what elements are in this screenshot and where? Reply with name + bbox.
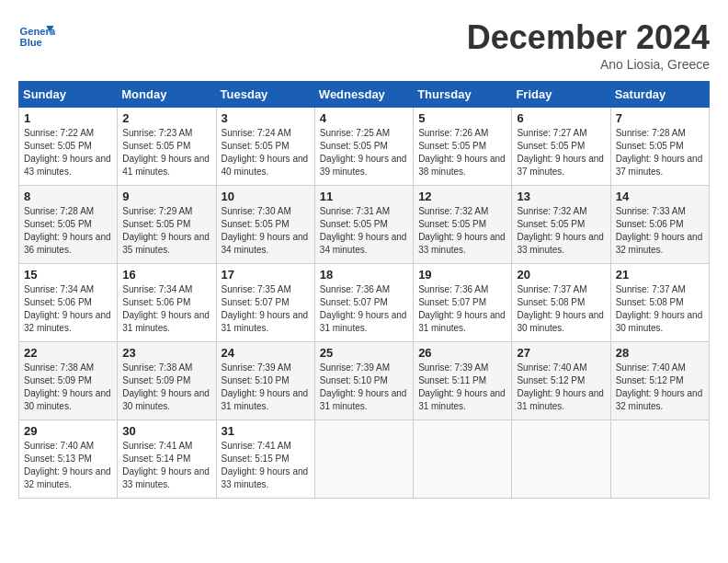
day-info: Sunrise: 7:24 AM Sunset: 5:05 PM Dayligh… (222, 128, 309, 177)
logo-icon: General Blue (18, 18, 55, 55)
calendar-cell (610, 420, 709, 499)
day-number: 7 (616, 111, 704, 125)
day-number: 28 (616, 346, 704, 360)
day-info: Sunrise: 7:39 AM Sunset: 5:10 PM Dayligh… (222, 362, 309, 411)
calendar-cell: 28 Sunrise: 7:40 AM Sunset: 5:12 PM Dayl… (610, 342, 709, 420)
day-number: 10 (222, 190, 310, 203)
calendar-week-row: 8 Sunrise: 7:28 AM Sunset: 5:05 PM Dayli… (19, 186, 710, 264)
calendar-cell: 25 Sunrise: 7:39 AM Sunset: 5:10 PM Dayl… (314, 342, 413, 420)
weekday-header-thursday: Thursday (414, 82, 512, 108)
day-number: 22 (24, 346, 112, 360)
calendar-cell (512, 420, 610, 499)
day-info: Sunrise: 7:36 AM Sunset: 5:07 PM Dayligh… (418, 284, 506, 333)
month-title: December 2024 (467, 18, 710, 57)
calendar-cell: 7 Sunrise: 7:28 AM Sunset: 5:05 PM Dayli… (610, 108, 709, 186)
day-info: Sunrise: 7:32 AM Sunset: 5:05 PM Dayligh… (418, 206, 506, 255)
day-number: 17 (222, 268, 310, 282)
page-header: General Blue December 2024 Ano Liosia, G… (18, 18, 710, 72)
day-number: 20 (517, 268, 605, 282)
weekday-header-wednesday: Wednesday (314, 82, 413, 108)
calendar-week-row: 15 Sunrise: 7:34 AM Sunset: 5:06 PM Dayl… (19, 264, 710, 342)
calendar-cell: 26 Sunrise: 7:39 AM Sunset: 5:11 PM Dayl… (414, 342, 512, 420)
calendar-cell: 11 Sunrise: 7:31 AM Sunset: 5:05 PM Dayl… (314, 186, 413, 264)
svg-text:Blue: Blue (20, 37, 42, 48)
day-number: 21 (616, 268, 704, 282)
day-info: Sunrise: 7:37 AM Sunset: 5:08 PM Dayligh… (517, 284, 604, 333)
day-info: Sunrise: 7:27 AM Sunset: 5:05 PM Dayligh… (517, 128, 604, 177)
calendar-cell (314, 420, 413, 499)
calendar-cell: 8 Sunrise: 7:28 AM Sunset: 5:05 PM Dayli… (19, 186, 118, 264)
day-info: Sunrise: 7:41 AM Sunset: 5:14 PM Dayligh… (122, 441, 210, 489)
day-number: 2 (122, 111, 210, 125)
calendar-table: SundayMondayTuesdayWednesdayThursdayFrid… (18, 81, 710, 499)
calendar-cell: 30 Sunrise: 7:41 AM Sunset: 5:14 PM Dayl… (118, 420, 216, 499)
day-number: 24 (222, 346, 310, 360)
day-number: 8 (24, 190, 112, 203)
weekday-header-tuesday: Tuesday (216, 82, 314, 108)
weekday-header-friday: Friday (512, 82, 610, 108)
calendar-cell: 17 Sunrise: 7:35 AM Sunset: 5:07 PM Dayl… (216, 264, 314, 342)
logo: General Blue (18, 18, 59, 55)
day-info: Sunrise: 7:31 AM Sunset: 5:05 PM Dayligh… (320, 206, 407, 255)
calendar-cell: 6 Sunrise: 7:27 AM Sunset: 5:05 PM Dayli… (512, 108, 610, 186)
calendar-week-row: 29 Sunrise: 7:40 AM Sunset: 5:13 PM Dayl… (19, 420, 710, 499)
calendar-cell: 4 Sunrise: 7:25 AM Sunset: 5:05 PM Dayli… (314, 108, 413, 186)
day-number: 11 (320, 190, 408, 203)
day-number: 27 (517, 346, 605, 360)
day-info: Sunrise: 7:34 AM Sunset: 5:06 PM Dayligh… (24, 284, 111, 333)
day-number: 29 (24, 424, 112, 438)
day-info: Sunrise: 7:28 AM Sunset: 5:05 PM Dayligh… (24, 206, 111, 255)
day-info: Sunrise: 7:38 AM Sunset: 5:09 PM Dayligh… (24, 362, 111, 411)
day-info: Sunrise: 7:39 AM Sunset: 5:11 PM Dayligh… (418, 362, 506, 411)
day-info: Sunrise: 7:32 AM Sunset: 5:05 PM Dayligh… (517, 206, 604, 255)
day-info: Sunrise: 7:22 AM Sunset: 5:05 PM Dayligh… (24, 128, 111, 177)
calendar-cell: 29 Sunrise: 7:40 AM Sunset: 5:13 PM Dayl… (19, 420, 118, 499)
calendar-cell: 19 Sunrise: 7:36 AM Sunset: 5:07 PM Dayl… (414, 264, 512, 342)
day-number: 3 (222, 111, 310, 125)
day-info: Sunrise: 7:39 AM Sunset: 5:10 PM Dayligh… (320, 362, 407, 411)
day-info: Sunrise: 7:35 AM Sunset: 5:07 PM Dayligh… (222, 284, 309, 333)
calendar-cell: 16 Sunrise: 7:34 AM Sunset: 5:06 PM Dayl… (118, 264, 216, 342)
day-number: 9 (122, 190, 210, 203)
day-number: 1 (24, 111, 112, 125)
day-number: 26 (418, 346, 506, 360)
day-info: Sunrise: 7:40 AM Sunset: 5:12 PM Dayligh… (616, 362, 703, 411)
day-info: Sunrise: 7:28 AM Sunset: 5:05 PM Dayligh… (616, 128, 703, 177)
calendar-week-row: 1 Sunrise: 7:22 AM Sunset: 5:05 PM Dayli… (19, 108, 710, 186)
day-number: 16 (122, 268, 210, 282)
day-number: 15 (24, 268, 112, 282)
weekday-header-sunday: Sunday (19, 82, 118, 108)
day-number: 13 (517, 190, 605, 203)
calendar-cell: 5 Sunrise: 7:26 AM Sunset: 5:05 PM Dayli… (414, 108, 512, 186)
day-number: 14 (616, 190, 704, 203)
title-area: December 2024 Ano Liosia, Greece (467, 18, 710, 72)
day-info: Sunrise: 7:37 AM Sunset: 5:08 PM Dayligh… (616, 284, 703, 333)
day-number: 12 (418, 190, 506, 203)
calendar-cell: 22 Sunrise: 7:38 AM Sunset: 5:09 PM Dayl… (19, 342, 118, 420)
day-info: Sunrise: 7:26 AM Sunset: 5:05 PM Dayligh… (418, 128, 506, 177)
calendar-cell: 10 Sunrise: 7:30 AM Sunset: 5:05 PM Dayl… (216, 186, 314, 264)
calendar-cell: 15 Sunrise: 7:34 AM Sunset: 5:06 PM Dayl… (19, 264, 118, 342)
day-number: 19 (418, 268, 506, 282)
calendar-cell: 12 Sunrise: 7:32 AM Sunset: 5:05 PM Dayl… (414, 186, 512, 264)
calendar-cell (414, 420, 512, 499)
day-number: 18 (320, 268, 408, 282)
calendar-cell: 27 Sunrise: 7:40 AM Sunset: 5:12 PM Dayl… (512, 342, 610, 420)
day-info: Sunrise: 7:30 AM Sunset: 5:05 PM Dayligh… (222, 206, 309, 255)
calendar-cell: 18 Sunrise: 7:36 AM Sunset: 5:07 PM Dayl… (314, 264, 413, 342)
weekday-header-monday: Monday (118, 82, 216, 108)
weekday-header-saturday: Saturday (610, 82, 709, 108)
day-info: Sunrise: 7:40 AM Sunset: 5:12 PM Dayligh… (517, 362, 604, 411)
day-info: Sunrise: 7:23 AM Sunset: 5:05 PM Dayligh… (122, 128, 210, 177)
day-number: 23 (122, 346, 210, 360)
calendar-week-row: 22 Sunrise: 7:38 AM Sunset: 5:09 PM Dayl… (19, 342, 710, 420)
calendar-cell: 20 Sunrise: 7:37 AM Sunset: 5:08 PM Dayl… (512, 264, 610, 342)
day-info: Sunrise: 7:33 AM Sunset: 5:06 PM Dayligh… (616, 206, 703, 255)
day-info: Sunrise: 7:34 AM Sunset: 5:06 PM Dayligh… (122, 284, 210, 333)
weekday-header-row: SundayMondayTuesdayWednesdayThursdayFrid… (19, 82, 710, 108)
day-number: 31 (222, 424, 310, 438)
calendar-cell: 2 Sunrise: 7:23 AM Sunset: 5:05 PM Dayli… (118, 108, 216, 186)
calendar-cell: 9 Sunrise: 7:29 AM Sunset: 5:05 PM Dayli… (118, 186, 216, 264)
day-number: 6 (517, 111, 605, 125)
day-info: Sunrise: 7:29 AM Sunset: 5:05 PM Dayligh… (122, 206, 210, 255)
